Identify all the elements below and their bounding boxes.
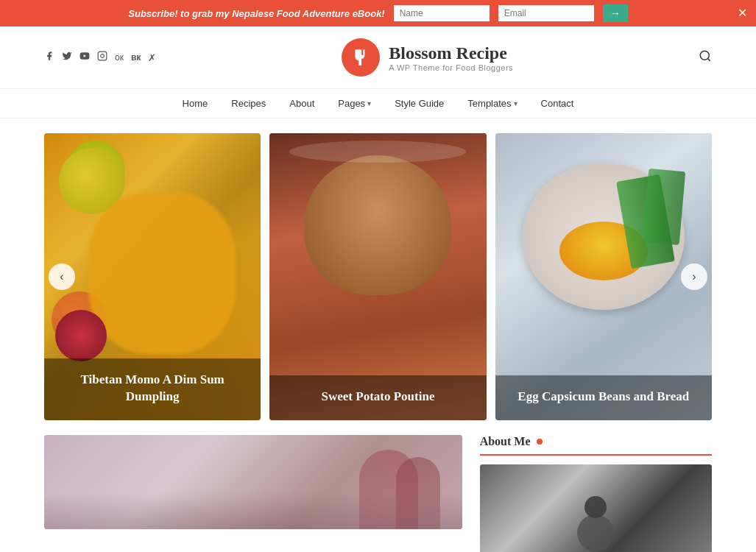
main-post-image [44, 435, 462, 529]
ok-icon[interactable]: ок [115, 52, 124, 63]
main-nav: Home Recipes About Pages ▾ Style Guide T… [0, 89, 756, 118]
nav-about[interactable]: About [289, 98, 314, 109]
svg-point-3 [700, 51, 709, 60]
slide-2[interactable]: Sweet Potato Poutine [269, 133, 486, 420]
sidebar-title-dot [537, 439, 543, 445]
main-post[interactable] [44, 435, 462, 552]
banner-email-input[interactable] [498, 5, 594, 21]
slide-3[interactable]: Egg Capsicum Beans and Bread [495, 133, 712, 420]
slide-3-caption: Egg Capsicum Beans and Bread [495, 375, 712, 420]
sidebar-title: About Me [480, 435, 712, 456]
banner-name-input[interactable] [394, 5, 490, 21]
slide-2-caption: Sweet Potato Poutine [269, 375, 486, 420]
twitter-icon[interactable] [62, 51, 72, 64]
nav-pages[interactable]: Pages ▾ [338, 98, 371, 109]
nav-pages-arrow: ▾ [367, 99, 371, 107]
svg-line-4 [707, 58, 710, 60]
bottom-section: About Me [0, 435, 756, 552]
instagram-icon[interactable] [97, 51, 107, 64]
nav-style-guide[interactable]: Style Guide [395, 98, 444, 109]
nav-contact[interactable]: Contact [541, 98, 574, 109]
slider-container: Tibetan Momo A Dim Sum Dumpling Sweet Po… [44, 133, 712, 420]
sidebar-about-image [480, 464, 712, 552]
slider-section: ‹ Tibetan Momo A Dim Sum Dumpling Sweet … [0, 118, 756, 435]
site-header: ок вк ✗ Blossom Recipe A WP Theme for Fo… [0, 26, 756, 89]
nav-recipes[interactable]: Recipes [231, 98, 266, 109]
logo-text: Blossom Recipe A WP Theme for Food Blogg… [389, 43, 513, 73]
nav-templates[interactable]: Templates ▾ [467, 98, 517, 109]
banner-submit-button[interactable]: → [603, 4, 628, 22]
logo-icon [342, 38, 380, 77]
social-icons: ок вк ✗ [44, 51, 156, 64]
slide-1-caption: Tibetan Momo A Dim Sum Dumpling [44, 358, 261, 420]
xing-icon[interactable]: ✗ [148, 52, 156, 63]
site-logo[interactable]: Blossom Recipe A WP Theme for Food Blogg… [342, 38, 513, 77]
facebook-icon[interactable] [44, 51, 54, 64]
search-icon[interactable] [699, 49, 712, 66]
nav-templates-arrow: ▾ [514, 99, 517, 107]
logo-title: Blossom Recipe [389, 43, 513, 64]
sidebar: About Me [480, 435, 712, 552]
nav-home[interactable]: Home [183, 98, 208, 109]
slider-next-button[interactable]: › [681, 263, 707, 290]
banner-text: Subscribe! to grab my Nepalese Food Adve… [128, 8, 384, 19]
top-banner: Subscribe! to grab my Nepalese Food Adve… [0, 0, 756, 26]
logo-subtitle: A WP Theme for Food Bloggers [389, 63, 513, 72]
slide-1[interactable]: Tibetan Momo A Dim Sum Dumpling [44, 133, 261, 420]
vk-icon[interactable]: вк [131, 52, 141, 63]
banner-close-button[interactable]: ✕ [738, 7, 747, 19]
svg-rect-1 [98, 52, 107, 60]
youtube-icon[interactable] [80, 51, 90, 64]
slider-prev-button[interactable]: ‹ [49, 263, 75, 290]
